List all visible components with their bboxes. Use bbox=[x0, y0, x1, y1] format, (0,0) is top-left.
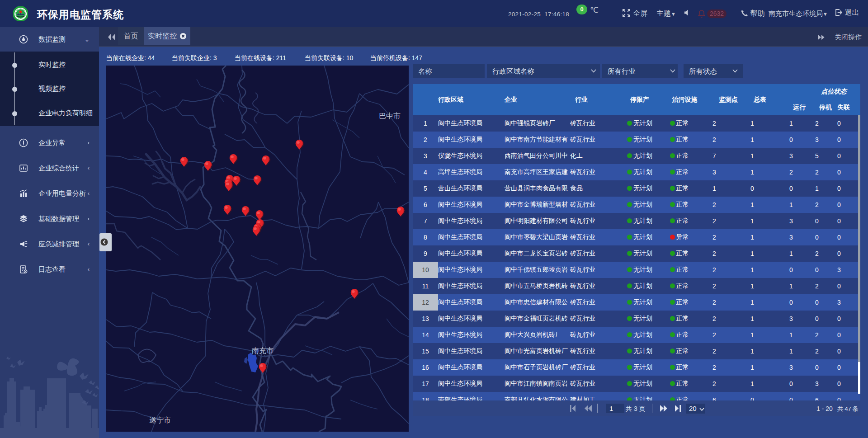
svg-text:南充市: 南充市 bbox=[252, 347, 274, 354]
svg-text:巴中市: 巴中市 bbox=[379, 112, 401, 120]
svg-text:遂宁市: 遂宁市 bbox=[149, 416, 171, 424]
